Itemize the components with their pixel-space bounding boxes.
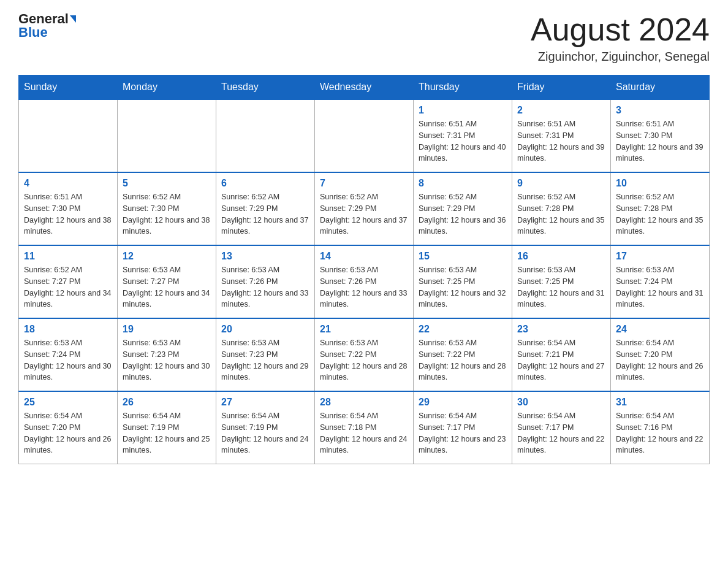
calendar-cell: 24Sunrise: 6:54 AMSunset: 7:20 PMDayligh…	[611, 318, 710, 391]
day-info: Sunrise: 6:53 AMSunset: 7:25 PMDaylight:…	[517, 264, 605, 310]
calendar-cell: 8Sunrise: 6:52 AMSunset: 7:29 PMDaylight…	[414, 172, 512, 245]
day-number: 2	[517, 105, 605, 116]
day-number: 4	[24, 178, 112, 189]
calendar-cell: 4Sunrise: 6:51 AMSunset: 7:30 PMDaylight…	[19, 172, 118, 245]
day-number: 16	[517, 251, 605, 262]
day-info: Sunrise: 6:53 AMSunset: 7:24 PMDaylight:…	[24, 337, 112, 383]
calendar-cell: 25Sunrise: 6:54 AMSunset: 7:20 PMDayligh…	[19, 391, 118, 464]
calendar-header-friday: Friday	[512, 75, 611, 100]
day-number: 9	[517, 178, 605, 189]
week-row-1: 1Sunrise: 6:51 AMSunset: 7:31 PMDaylight…	[19, 99, 710, 172]
day-number: 3	[616, 105, 704, 116]
logo-blue-text: Blue	[18, 25, 48, 40]
logo-triangle-icon	[70, 15, 76, 23]
day-info: Sunrise: 6:54 AMSunset: 7:19 PMDaylight:…	[123, 410, 211, 456]
day-info: Sunrise: 6:54 AMSunset: 7:21 PMDaylight:…	[517, 337, 605, 383]
day-number: 5	[123, 178, 211, 189]
day-number: 1	[419, 105, 507, 116]
day-number: 26	[123, 397, 211, 408]
day-number: 24	[616, 324, 704, 335]
calendar-cell: 23Sunrise: 6:54 AMSunset: 7:21 PMDayligh…	[512, 318, 611, 391]
day-info: Sunrise: 6:54 AMSunset: 7:18 PMDaylight:…	[320, 410, 408, 456]
day-number: 13	[221, 251, 309, 262]
day-number: 12	[123, 251, 211, 262]
week-row-2: 4Sunrise: 6:51 AMSunset: 7:30 PMDaylight…	[19, 172, 710, 245]
calendar-cell: 12Sunrise: 6:53 AMSunset: 7:27 PMDayligh…	[118, 245, 216, 318]
calendar-cell: 14Sunrise: 6:53 AMSunset: 7:26 PMDayligh…	[315, 245, 414, 318]
day-info: Sunrise: 6:53 AMSunset: 7:23 PMDaylight:…	[123, 337, 211, 383]
calendar-cell: 29Sunrise: 6:54 AMSunset: 7:17 PMDayligh…	[414, 391, 512, 464]
day-info: Sunrise: 6:51 AMSunset: 7:30 PMDaylight:…	[616, 118, 704, 164]
day-info: Sunrise: 6:52 AMSunset: 7:30 PMDaylight:…	[123, 191, 211, 237]
day-number: 30	[517, 397, 605, 408]
calendar-header-monday: Monday	[118, 75, 216, 100]
day-info: Sunrise: 6:51 AMSunset: 7:31 PMDaylight:…	[419, 118, 507, 164]
day-info: Sunrise: 6:54 AMSunset: 7:20 PMDaylight:…	[616, 337, 704, 383]
calendar-cell: 17Sunrise: 6:53 AMSunset: 7:24 PMDayligh…	[611, 245, 710, 318]
day-info: Sunrise: 6:54 AMSunset: 7:20 PMDaylight:…	[24, 410, 112, 456]
day-info: Sunrise: 6:51 AMSunset: 7:31 PMDaylight:…	[517, 118, 605, 164]
day-info: Sunrise: 6:53 AMSunset: 7:26 PMDaylight:…	[320, 264, 408, 310]
day-number: 8	[419, 178, 507, 189]
calendar-header-thursday: Thursday	[414, 75, 512, 100]
calendar-header-wednesday: Wednesday	[315, 75, 414, 100]
calendar-cell: 9Sunrise: 6:52 AMSunset: 7:28 PMDaylight…	[512, 172, 611, 245]
calendar-cell: 5Sunrise: 6:52 AMSunset: 7:30 PMDaylight…	[118, 172, 216, 245]
calendar-cell: 16Sunrise: 6:53 AMSunset: 7:25 PMDayligh…	[512, 245, 611, 318]
day-number: 14	[320, 251, 408, 262]
day-number: 31	[616, 397, 704, 408]
calendar-cell: 30Sunrise: 6:54 AMSunset: 7:17 PMDayligh…	[512, 391, 611, 464]
calendar-cell: 13Sunrise: 6:53 AMSunset: 7:26 PMDayligh…	[216, 245, 315, 318]
location-label: Ziguinchor, Ziguinchor, Senegal	[531, 50, 710, 64]
month-title: August 2024	[531, 12, 710, 47]
calendar-table: SundayMondayTuesdayWednesdayThursdayFrid…	[18, 75, 710, 464]
day-info: Sunrise: 6:53 AMSunset: 7:22 PMDaylight:…	[419, 337, 507, 383]
day-info: Sunrise: 6:53 AMSunset: 7:26 PMDaylight:…	[221, 264, 309, 310]
calendar-header-saturday: Saturday	[611, 75, 710, 100]
logo: General Blue	[18, 12, 76, 39]
day-info: Sunrise: 6:52 AMSunset: 7:28 PMDaylight:…	[616, 191, 704, 237]
day-info: Sunrise: 6:54 AMSunset: 7:19 PMDaylight:…	[221, 410, 309, 456]
calendar-cell: 15Sunrise: 6:53 AMSunset: 7:25 PMDayligh…	[414, 245, 512, 318]
calendar-cell: 20Sunrise: 6:53 AMSunset: 7:23 PMDayligh…	[216, 318, 315, 391]
day-number: 6	[221, 178, 309, 189]
day-info: Sunrise: 6:52 AMSunset: 7:29 PMDaylight:…	[419, 191, 507, 237]
calendar-cell: 22Sunrise: 6:53 AMSunset: 7:22 PMDayligh…	[414, 318, 512, 391]
day-info: Sunrise: 6:54 AMSunset: 7:17 PMDaylight:…	[517, 410, 605, 456]
day-number: 20	[221, 324, 309, 335]
calendar-cell: 1Sunrise: 6:51 AMSunset: 7:31 PMDaylight…	[414, 99, 512, 172]
week-row-4: 18Sunrise: 6:53 AMSunset: 7:24 PMDayligh…	[19, 318, 710, 391]
logo-general-text: General	[18, 12, 69, 26]
day-info: Sunrise: 6:52 AMSunset: 7:27 PMDaylight:…	[24, 264, 112, 310]
day-info: Sunrise: 6:54 AMSunset: 7:17 PMDaylight:…	[419, 410, 507, 456]
calendar-header-row: SundayMondayTuesdayWednesdayThursdayFrid…	[19, 75, 710, 100]
calendar-cell: 31Sunrise: 6:54 AMSunset: 7:16 PMDayligh…	[611, 391, 710, 464]
day-number: 29	[419, 397, 507, 408]
day-info: Sunrise: 6:53 AMSunset: 7:23 PMDaylight:…	[221, 337, 309, 383]
day-number: 22	[419, 324, 507, 335]
calendar-cell: 6Sunrise: 6:52 AMSunset: 7:29 PMDaylight…	[216, 172, 315, 245]
calendar-header-sunday: Sunday	[19, 75, 118, 100]
page-header: General Blue August 2024 Ziguinchor, Zig…	[18, 12, 710, 64]
day-info: Sunrise: 6:52 AMSunset: 7:28 PMDaylight:…	[517, 191, 605, 237]
calendar-cell	[19, 99, 118, 172]
day-info: Sunrise: 6:52 AMSunset: 7:29 PMDaylight:…	[221, 191, 309, 237]
day-info: Sunrise: 6:53 AMSunset: 7:27 PMDaylight:…	[123, 264, 211, 310]
day-number: 27	[221, 397, 309, 408]
calendar-cell: 3Sunrise: 6:51 AMSunset: 7:30 PMDaylight…	[611, 99, 710, 172]
title-section: August 2024 Ziguinchor, Ziguinchor, Sene…	[531, 12, 710, 64]
calendar-cell: 7Sunrise: 6:52 AMSunset: 7:29 PMDaylight…	[315, 172, 414, 245]
calendar-cell	[315, 99, 414, 172]
calendar-cell: 27Sunrise: 6:54 AMSunset: 7:19 PMDayligh…	[216, 391, 315, 464]
calendar-cell: 10Sunrise: 6:52 AMSunset: 7:28 PMDayligh…	[611, 172, 710, 245]
day-number: 19	[123, 324, 211, 335]
day-number: 15	[419, 251, 507, 262]
calendar-header-tuesday: Tuesday	[216, 75, 315, 100]
calendar-cell	[216, 99, 315, 172]
day-number: 18	[24, 324, 112, 335]
day-number: 11	[24, 251, 112, 262]
calendar-cell: 2Sunrise: 6:51 AMSunset: 7:31 PMDaylight…	[512, 99, 611, 172]
day-info: Sunrise: 6:53 AMSunset: 7:24 PMDaylight:…	[616, 264, 704, 310]
calendar-cell	[118, 99, 216, 172]
day-number: 7	[320, 178, 408, 189]
